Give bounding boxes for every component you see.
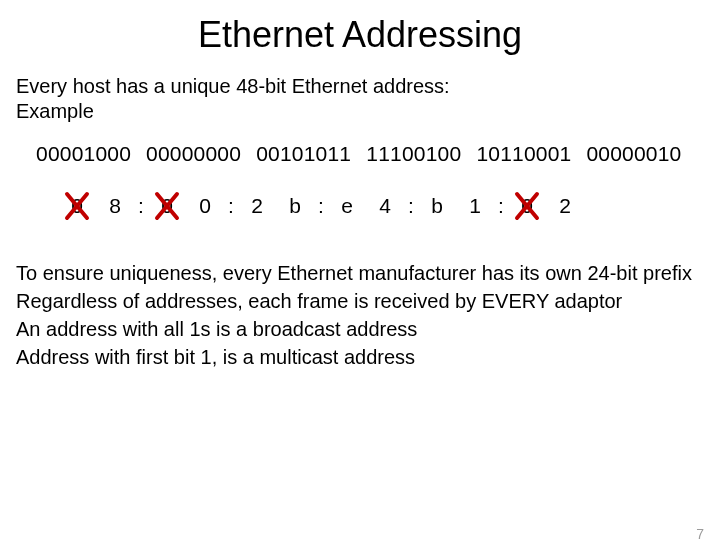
binary-octet: 10110001	[476, 142, 571, 165]
hex-digit: e	[328, 194, 366, 218]
hex-digit: b	[276, 194, 314, 218]
binary-octet: 11100100	[366, 142, 461, 165]
hex-colon: :	[404, 194, 418, 218]
slide: Ethernet Addressing Every host has a uni…	[0, 14, 720, 540]
hex-digit: 0	[58, 194, 96, 218]
hex-digit: 1	[456, 194, 494, 218]
note-line: Regardless of addresses, each frame is r…	[16, 288, 704, 314]
binary-octet: 00101011	[256, 142, 351, 165]
binary-octet: 00000010	[586, 142, 681, 165]
note-line: An address with all 1s is a broadcast ad…	[16, 316, 704, 342]
hex-colon: :	[494, 194, 508, 218]
hex-digit: 0	[148, 194, 186, 218]
hex-digit: 2	[546, 194, 584, 218]
hex-row: 08:00:2b:e4:b1:02	[58, 194, 720, 224]
binary-octet: 00001000	[36, 142, 131, 165]
hex-digit: 4	[366, 194, 404, 218]
intro-line-2: Example	[16, 99, 704, 124]
slide-title: Ethernet Addressing	[0, 14, 720, 56]
note-line: To ensure uniqueness, every Ethernet man…	[16, 260, 704, 286]
hex-digit: 8	[96, 194, 134, 218]
hex-digit: 0	[508, 194, 546, 218]
hex-colon: :	[314, 194, 328, 218]
notes-block: To ensure uniqueness, every Ethernet man…	[16, 260, 704, 370]
page-number: 7	[696, 526, 704, 540]
hex-digit: b	[418, 194, 456, 218]
hex-colon: :	[224, 194, 238, 218]
intro-block: Every host has a unique 48-bit Ethernet …	[16, 74, 704, 124]
intro-line-1: Every host has a unique 48-bit Ethernet …	[16, 74, 704, 99]
hex-digit: 2	[238, 194, 276, 218]
note-line: Address with first bit 1, is a multicast…	[16, 344, 704, 370]
hex-digit: 0	[186, 194, 224, 218]
binary-row: 00001000 00000000 00101011 11100100 1011…	[36, 142, 720, 166]
hex-colon: :	[134, 194, 148, 218]
binary-octet: 00000000	[146, 142, 241, 165]
